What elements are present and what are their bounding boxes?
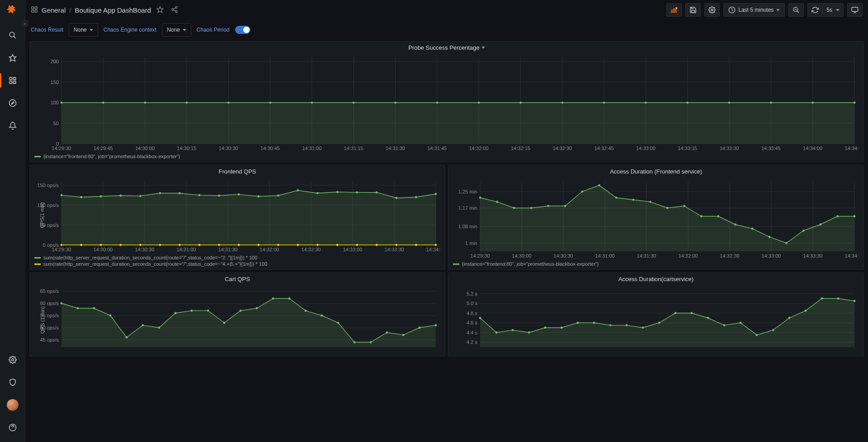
var-chaos-period-toggle[interactable] [235, 26, 250, 34]
panel-access-duration-frontend[interactable]: Access Duration (Frontend service) 1 min… [448, 165, 864, 270]
svg-point-255 [402, 334, 405, 336]
panel-probe-success[interactable]: Probe Success Percentage 05010015020014:… [29, 41, 864, 162]
legend-item[interactable]: {instance="frontend:80", job="prometheus… [453, 261, 859, 267]
svg-point-144 [277, 194, 279, 197]
svg-point-85 [61, 102, 63, 104]
panel-frontend-qps[interactable]: Frontend QPS QPS(1 min) 0 ops/s50 ops/s1… [29, 165, 445, 270]
refresh-button[interactable]: 5s [807, 3, 844, 17]
svg-point-287 [756, 334, 758, 336]
svg-point-17 [175, 6, 177, 8]
svg-point-238 [126, 336, 128, 339]
svg-point-288 [772, 329, 774, 331]
chart-cart-qps[interactable]: QPS (1 min) 45 ops/s50 ops/s55 ops/s60 o… [30, 283, 445, 356]
sidebar-expand-toggle[interactable]: › [21, 20, 28, 27]
svg-text:14:30:30: 14:30:30 [135, 247, 155, 252]
svg-point-104 [854, 102, 856, 104]
legend-item[interactable]: sum(rate(http_server_request_duration_se… [34, 255, 440, 260]
star-icon[interactable] [155, 6, 165, 14]
svg-text:14:30:30: 14:30:30 [554, 253, 573, 259]
svg-text:14:32:45: 14:32:45 [594, 146, 614, 151]
variable-bar: Chaos Result None Chaos Engine context N… [25, 20, 868, 40]
svg-text:14:29:30: 14:29:30 [52, 247, 71, 252]
svg-line-1 [14, 36, 16, 38]
svg-point-89 [227, 102, 230, 104]
svg-point-136 [119, 194, 122, 197]
grafana-logo[interactable] [6, 4, 19, 16]
svg-point-244 [223, 322, 226, 324]
svg-text:14:30:00: 14:30:00 [94, 247, 113, 252]
svg-point-217 [751, 227, 754, 230]
svg-rect-15 [35, 10, 37, 12]
svg-point-293 [854, 300, 856, 302]
legend-item[interactable]: {instance="frontend:80", job="prometheus… [34, 154, 859, 159]
settings-button[interactable] [704, 3, 720, 17]
svg-point-96 [519, 102, 522, 104]
chevron-down-icon[interactable] [481, 47, 485, 49]
svg-point-88 [186, 102, 188, 104]
svg-text:14:34:00: 14:34:00 [845, 253, 859, 259]
nav-alerting[interactable] [5, 118, 20, 133]
nav-profile[interactable] [5, 398, 20, 412]
svg-point-95 [478, 102, 480, 104]
chart-frontend-qps[interactable]: QPS(1 min) 0 ops/s50 ops/s100 ops/s150 o… [30, 176, 445, 254]
nav-starred[interactable] [5, 51, 20, 65]
panel-cart-qps[interactable]: Cart QPS QPS (1 min) 45 ops/s50 ops/s55 … [29, 273, 445, 357]
svg-point-239 [142, 324, 144, 326]
svg-point-251 [337, 322, 340, 324]
svg-point-87 [144, 102, 146, 104]
nav-explore[interactable] [5, 96, 20, 110]
svg-point-92 [353, 102, 355, 104]
svg-point-242 [191, 310, 193, 312]
svg-point-145 [297, 189, 299, 192]
svg-text:14:29:30: 14:29:30 [471, 253, 490, 259]
svg-text:14:32:15: 14:32:15 [511, 146, 530, 151]
add-panel-button[interactable] [666, 3, 682, 17]
nav-dashboards[interactable] [5, 73, 20, 88]
page-title[interactable]: Boutique App DashBoard [75, 6, 151, 14]
svg-text:14:33:00: 14:33:00 [343, 247, 363, 252]
save-button[interactable] [685, 3, 701, 17]
time-range-label: Last 5 minutes [738, 7, 774, 13]
chart-access-cart[interactable]: 4.2 s4.4 s4.6 s4.8 s5.0 s5.2 s [448, 283, 863, 356]
nav-help[interactable] [5, 420, 20, 435]
chevron-down-icon [90, 29, 93, 31]
svg-point-102 [770, 102, 772, 104]
share-icon[interactable] [169, 6, 180, 14]
svg-line-30 [797, 11, 799, 13]
chart-access-frontend[interactable]: 1 min1.08 min1.17 min1.25 min14:29:3014:… [448, 176, 863, 260]
svg-text:14:33:15: 14:33:15 [678, 146, 697, 151]
var-chaos-engine-label[interactable]: Chaos Engine context [104, 27, 156, 33]
svg-point-133 [61, 194, 63, 196]
view-mode-button[interactable] [847, 3, 863, 17]
var-chaos-result-label[interactable]: Chaos Result [31, 27, 63, 33]
svg-point-249 [305, 310, 307, 312]
svg-point-248 [288, 297, 291, 300]
svg-point-99 [645, 102, 647, 104]
var-chaos-period-label[interactable]: Chaos Period [197, 27, 230, 33]
svg-point-201 [479, 197, 481, 199]
svg-point-219 [785, 242, 788, 244]
svg-line-20 [174, 8, 176, 9]
var-chaos-engine-select[interactable]: None [162, 23, 191, 37]
var-chaos-result-select[interactable]: None [69, 23, 98, 37]
svg-marker-8 [11, 102, 14, 104]
nav-admin[interactable] [5, 375, 20, 390]
panel-access-duration-cart[interactable]: Access Duration(cartservice) 4.2 s4.4 s4… [448, 273, 864, 357]
chart-probe[interactable]: 05010015020014:29:3014:29:4514:30:0014:3… [30, 52, 863, 153]
legend-item[interactable]: sum(rate(http_server_request_duration_se… [34, 261, 440, 267]
svg-point-152 [435, 193, 437, 195]
time-range-picker[interactable]: Last 5 minutes [723, 3, 785, 17]
svg-text:14:30:30: 14:30:30 [219, 146, 238, 151]
breadcrumb-folder[interactable]: General [42, 6, 66, 14]
svg-text:150: 150 [51, 80, 59, 85]
zoom-out-button[interactable] [788, 3, 804, 17]
nav-search[interactable] [5, 28, 20, 42]
svg-point-280 [642, 327, 644, 329]
svg-point-285 [723, 324, 726, 326]
svg-point-155 [100, 244, 102, 246]
svg-point-212 [666, 207, 669, 209]
svg-marker-16 [157, 6, 163, 12]
svg-point-135 [100, 195, 102, 197]
nav-config[interactable] [5, 353, 20, 367]
svg-point-221 [819, 223, 821, 226]
